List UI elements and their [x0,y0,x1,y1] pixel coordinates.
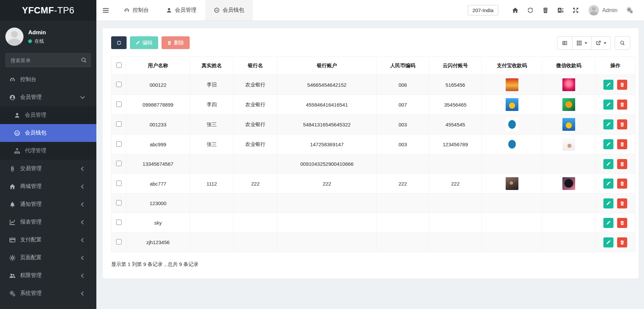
pencil-icon [606,162,611,166]
dashboard-icon [124,7,130,13]
row-checkbox[interactable] [116,220,122,225]
row-edit-button[interactable] [603,237,613,247]
avatar [589,5,599,15]
cell-account: 455846416416541 [277,95,377,115]
trash-icon[interactable] [542,7,549,13]
cell-alipay-qr [482,154,542,174]
cell-actions [596,134,635,154]
wechat-qr-thumbnail[interactable] [562,98,575,111]
home-icon[interactable] [512,7,518,13]
wechat-qr-thumbnail[interactable] [562,138,575,151]
sidebar-item-payment-config[interactable]: 支付配置 [0,231,96,249]
row-edit-button[interactable] [603,218,613,228]
sidebar-item-notifications[interactable]: 通知管理 [0,195,96,213]
column-header-account: 银行账户 [277,57,377,75]
export-dropdown-button[interactable] [592,36,611,50]
trash-icon [620,221,625,225]
sidebar-item-permissions[interactable]: 权限管理 [0,267,96,284]
row-edit-button[interactable] [603,100,613,110]
edit-button[interactable]: 编辑 [130,36,158,49]
cell-username: zjh123456 [126,233,190,252]
sidebar-item-mall[interactable]: 商城管理 [0,178,96,195]
row-edit-button[interactable] [603,179,613,189]
delete-button[interactable]: 删除 [162,36,190,49]
columns-dropdown-button[interactable] [572,36,592,50]
row-edit-button[interactable] [603,198,613,208]
cell-actions [596,75,635,95]
row-delete-button[interactable] [617,198,627,208]
alipay-qr-thumbnail[interactable] [506,78,518,91]
row-edit-button[interactable] [603,119,613,129]
menu-search-input[interactable] [5,53,91,67]
sidebar-toggle-button[interactable] [96,0,115,21]
wechat-qr-thumbnail[interactable] [562,177,575,190]
row-delete-button[interactable] [617,119,627,129]
row-edit-button[interactable] [603,80,613,90]
sidebar-item-dashboard[interactable]: 控制台 [0,71,96,88]
table-row: zjh123456 [111,233,635,252]
cell-rmb-code: 003 [377,115,429,134]
toggle-view-button[interactable] [557,36,572,50]
row-delete-button[interactable] [617,218,627,228]
pencil-icon [606,181,611,186]
tab-member-wallet[interactable]: 会员钱包 [205,0,253,21]
pencil-icon [606,102,611,107]
row-delete-button[interactable] [617,100,627,110]
table-search-button[interactable] [615,36,630,50]
region-button[interactable]: 207-India [468,5,498,15]
row-checkbox[interactable] [116,121,122,127]
table-row: sky [111,213,635,233]
row-checkbox[interactable] [116,82,122,87]
chart-line-icon [9,219,15,225]
row-checkbox[interactable] [116,141,122,147]
row-edit-button[interactable] [603,159,613,169]
wechat-qr-thumbnail[interactable] [562,118,575,131]
sidebar-item-page-config[interactable]: 页面配置 [0,249,96,267]
sidebar-item-member-management[interactable]: 会员管理 [0,88,96,106]
alipay-qr-thumbnail[interactable] [506,177,518,190]
cogs-icon[interactable] [627,7,633,13]
row-checkbox[interactable] [116,181,122,186]
cell-rmb-code: 007 [377,95,429,115]
row-checkbox[interactable] [116,161,122,166]
alipay-qr-thumbnail[interactable] [506,118,518,131]
sidebar-item-system[interactable]: 系统管理 [0,284,96,302]
sidebar-subitem-member-wallet[interactable]: 会员钱包 [0,124,96,142]
search-icon[interactable] [81,57,87,63]
row-checkbox[interactable] [116,239,122,244]
alipay-qr-thumbnail[interactable] [506,138,518,151]
wechat-qr-thumbnail[interactable] [562,78,575,91]
table-row: 001233 张三 农业银行 54841316545645322 003 455… [111,115,635,134]
row-delete-button[interactable] [617,80,627,90]
table-row: abc777 1112 222 222 222 222 [111,174,635,194]
fullscreen-icon[interactable] [572,7,579,13]
sidebar-item-transactions[interactable]: 交易管理 [0,160,96,178]
sidebar-item-reports[interactable]: 报表管理 [0,213,96,231]
tab-label: 控制台 [133,7,149,14]
row-delete-button[interactable] [617,159,627,169]
row-checkbox[interactable] [116,102,122,107]
alipay-qr-thumbnail[interactable] [506,98,518,111]
cc-icon [14,130,20,136]
cell-bank [234,154,277,174]
row-delete-button[interactable] [617,237,627,247]
select-all-checkbox[interactable] [116,63,122,68]
cell-alipay-qr [482,95,542,115]
cell-account [277,194,377,213]
row-checkbox[interactable] [116,200,122,205]
sidebar-user-panel: Admin 在线 [0,21,96,52]
sidebar-subitem-member-management[interactable]: 会员管理 [0,106,96,124]
row-delete-button[interactable] [617,139,627,149]
row-edit-button[interactable] [603,139,613,149]
refresh-icon[interactable] [527,7,534,13]
tab-dashboard[interactable]: 控制台 [115,0,157,21]
topnav-user-menu[interactable]: Admin [589,5,617,15]
translate-icon[interactable] [557,7,564,13]
cell-alipay-qr [482,134,542,154]
tab-member-management[interactable]: 会员管理 [157,0,205,21]
sidebar-menu: 控制台 会员管理 会员管理 会员钱包 代理管理 交易管理 [0,71,96,302]
row-delete-button[interactable] [617,179,627,189]
refresh-button[interactable] [111,36,127,49]
cell-bank: 农业银行 [234,115,277,134]
sidebar-subitem-agent-management[interactable]: 代理管理 [0,142,96,160]
